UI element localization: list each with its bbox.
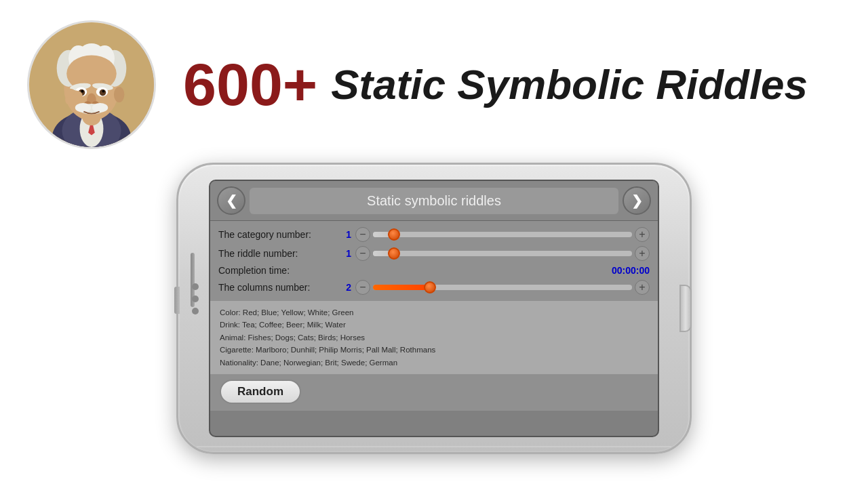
riddle-value: 1 xyxy=(331,248,351,259)
category-row: The category number: 1 − + xyxy=(218,225,650,244)
right-button xyxy=(679,285,692,332)
count-label: 600+ xyxy=(183,55,317,115)
category-label: The category number: xyxy=(218,229,327,240)
side-dots xyxy=(192,283,199,314)
info-line-2: Drink: Tea; Coffee; Beer; Milk; Water xyxy=(220,319,648,331)
columns-value: 2 xyxy=(331,282,351,293)
info-line-5: Nationality: Dane; Norwegian; Brit; Swed… xyxy=(220,357,648,369)
columns-slider-fill xyxy=(373,285,430,290)
columns-slider-container: − + xyxy=(355,280,650,295)
svg-point-30 xyxy=(114,87,124,102)
info-line-3: Animal: Fishes; Dogs; Cats; Birds; Horse… xyxy=(220,331,648,344)
settings-area: The category number: 1 − + The riddle nu… xyxy=(210,221,658,301)
category-slider-track[interactable] xyxy=(373,232,632,237)
dot-2 xyxy=(192,296,199,302)
columns-plus-button[interactable]: + xyxy=(635,280,650,295)
columns-slider-track[interactable] xyxy=(373,285,632,290)
info-line-4: Cigarette: Marlboro; Dunhill; Philip Mor… xyxy=(220,344,648,356)
random-button[interactable]: Random xyxy=(220,380,301,404)
riddle-slider-track[interactable] xyxy=(373,251,632,256)
title-area: 600+ Static Symbolic Riddles xyxy=(183,55,808,115)
screen-title: Static symbolic riddles xyxy=(250,188,618,214)
phone-screen: ❮ Static symbolic riddles ❯ The category… xyxy=(209,180,659,437)
time-value: 00:00:00 xyxy=(612,265,650,276)
time-label: Completion time: xyxy=(218,265,327,276)
dot-1 xyxy=(192,283,199,290)
bottom-separator xyxy=(197,446,671,447)
time-row: Completion time: 00:00:00 xyxy=(218,263,650,278)
random-btn-area: Random xyxy=(210,374,658,411)
category-slider-thumb xyxy=(388,228,400,241)
prev-arrow-icon: ❮ xyxy=(226,192,237,209)
next-arrow-icon: ❯ xyxy=(631,192,643,209)
category-value: 1 xyxy=(331,229,351,240)
power-button xyxy=(174,287,180,314)
prev-button[interactable]: ❮ xyxy=(217,186,245,215)
riddle-row: The riddle number: 1 − + xyxy=(218,244,650,263)
dot-3 xyxy=(192,308,199,314)
columns-slider-thumb xyxy=(424,281,436,293)
category-minus-button[interactable]: − xyxy=(355,227,370,242)
info-line-1: Color: Red; Blue; Yellow; White; Green xyxy=(220,306,648,319)
riddle-slider-thumb xyxy=(388,247,400,260)
svg-point-21 xyxy=(102,90,104,93)
next-button[interactable]: ❯ xyxy=(623,186,651,215)
columns-minus-button[interactable]: − xyxy=(355,280,370,295)
category-slider-container: − + xyxy=(355,227,650,242)
category-plus-button[interactable]: + xyxy=(635,227,650,242)
columns-label: The columns number: xyxy=(218,282,327,293)
phone-body: ❮ Static symbolic riddles ❯ The category… xyxy=(176,163,692,454)
columns-row: The columns number: 2 − + xyxy=(218,278,650,297)
riddle-plus-button[interactable]: + xyxy=(635,246,650,261)
header: 600+ Static Symbolic Riddles xyxy=(0,0,868,163)
svg-point-20 xyxy=(81,90,84,93)
svg-point-26 xyxy=(75,103,91,113)
riddle-minus-button[interactable]: − xyxy=(355,246,370,261)
phone-mockup: ❮ Static symbolic riddles ❯ The category… xyxy=(176,163,692,454)
riddle-slider-container: − + xyxy=(355,246,650,261)
riddle-label: The riddle number: xyxy=(218,248,327,259)
avatar xyxy=(27,20,156,149)
screen-header: ❮ Static symbolic riddles ❯ xyxy=(210,181,658,221)
app-title: Static Symbolic Riddles xyxy=(331,64,808,106)
info-area: Color: Red; Blue; Yellow; White; Green D… xyxy=(210,301,658,374)
svg-point-27 xyxy=(92,103,108,113)
